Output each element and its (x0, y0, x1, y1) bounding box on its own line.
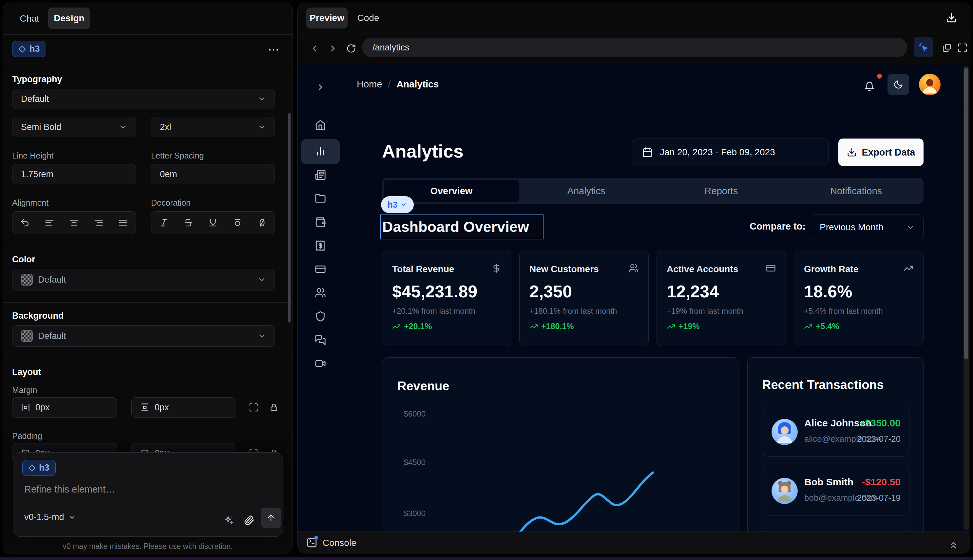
font-weight-select[interactable]: Semi Bold (12, 117, 136, 137)
url-bar[interactable]: /analytics (362, 38, 907, 57)
sidebar-toggle-button[interactable] (311, 78, 330, 97)
italic-icon (159, 218, 169, 228)
preview-scrollbar-track[interactable] (963, 66, 969, 530)
preview-viewport: Home / Analytics (298, 65, 970, 532)
no-decoration-button[interactable] (253, 213, 272, 232)
download-button[interactable] (942, 8, 961, 27)
sidebar-item-messages[interactable] (311, 330, 330, 350)
align-left-icon (45, 218, 54, 228)
tab-code[interactable]: Code (354, 8, 383, 28)
revenue-chart-card: Revenue $6000 $4500 $3000 (382, 357, 739, 532)
align-left-button[interactable] (40, 213, 59, 232)
letter-spacing-input[interactable]: 0em (151, 164, 275, 184)
sidebar-item-users[interactable] (311, 283, 330, 302)
bar-chart-icon (315, 146, 326, 157)
chevrons-up-icon (948, 540, 959, 550)
italic-button[interactable] (154, 213, 173, 232)
stat-trend: +19% (667, 322, 700, 331)
section-heading[interactable]: Dashboard Overview (381, 218, 529, 235)
nav-forward-button[interactable] (323, 39, 342, 58)
color-select[interactable]: Default (12, 269, 275, 290)
sidebar-item-security[interactable] (311, 307, 330, 326)
notifications-bell-button[interactable] (860, 77, 879, 96)
copy-icon (941, 43, 952, 53)
console-expand-button[interactable] (944, 536, 963, 553)
strikethrough-button[interactable] (179, 213, 198, 232)
breadcrumb-home-link[interactable]: Home (357, 79, 382, 90)
selected-element-badge[interactable]: h3 (12, 41, 46, 57)
margin-x-input[interactable]: 0px (12, 397, 117, 418)
sidebar-item-home[interactable] (311, 116, 330, 135)
background-select[interactable]: Default (12, 325, 275, 347)
align-right-button[interactable] (89, 213, 108, 232)
panel-scrollbar[interactable] (288, 113, 290, 323)
select-element-tool-button[interactable] (914, 37, 933, 57)
model-select[interactable]: v0-1.5-md (24, 512, 76, 522)
attach-button[interactable] (240, 511, 259, 530)
chevron-down-icon (906, 223, 915, 232)
sidebar-item-wallet[interactable] (311, 213, 330, 232)
enhance-button[interactable] (220, 511, 239, 530)
element-menu-button[interactable]: ⋯ (268, 43, 280, 56)
tab-reports[interactable]: Reports (654, 186, 789, 197)
moon-icon (893, 80, 903, 89)
stat-value: 12,234 (667, 282, 719, 301)
underline-icon (208, 218, 218, 228)
font-style-select[interactable]: Default (12, 89, 275, 109)
nav-back-button[interactable] (305, 39, 324, 58)
console-activity-dot (314, 536, 318, 540)
chevron-down-icon (118, 123, 127, 131)
transactions-title: Recent Transactions (762, 378, 884, 392)
transaction-row[interactable]: Alice Johnson alice@example.com +$350.00… (762, 407, 910, 457)
sidebar-item-video[interactable] (311, 354, 330, 373)
margin-expand-button[interactable] (244, 398, 263, 417)
refine-input[interactable]: Refine this element… (24, 484, 115, 495)
preview-scrollbar-thumb[interactable] (964, 68, 968, 359)
compare-select[interactable]: Previous Month (811, 215, 923, 240)
folder-icon (315, 193, 326, 204)
refresh-button[interactable] (342, 39, 361, 58)
reset-alignment-button[interactable] (15, 213, 34, 232)
margin-lock-button[interactable] (264, 398, 284, 417)
tab-chat[interactable]: Chat (15, 9, 44, 28)
chat-context-badge[interactable]: h3 (22, 460, 56, 476)
layout-section-label: Layout (12, 367, 41, 377)
sidebar-item-files[interactable] (311, 189, 330, 208)
bottom-edge-strip (0, 557, 973, 560)
theme-toggle-button[interactable] (888, 74, 909, 95)
dashboard-tab-bar: Overview Analytics Reports Notifications (382, 178, 923, 204)
line-height-input[interactable]: 1.75rem (12, 164, 136, 184)
send-button[interactable] (261, 508, 281, 528)
sidebar-item-receipts[interactable] (311, 236, 330, 255)
export-data-button[interactable]: Export Data (838, 138, 923, 166)
stat-card-total-revenue: Total Revenue $45,231.89 +20.1% from las… (382, 250, 511, 346)
stat-trend: +180.1% (529, 322, 574, 331)
tx-name: Bob Smith (804, 477, 853, 488)
underline-button[interactable] (204, 213, 222, 232)
bell-icon (864, 81, 875, 92)
sidebar-item-analytics[interactable] (311, 142, 330, 161)
selected-element-row: h3 ⋯ (3, 34, 292, 66)
align-justify-button[interactable] (113, 213, 133, 232)
stat-value: 2,350 (529, 282, 572, 301)
fullscreen-button[interactable] (953, 38, 970, 57)
overline-button[interactable] (228, 213, 247, 232)
refine-chat-box: h3 Refine this element… v0-1.5-md (13, 452, 284, 537)
console-bar[interactable]: Console (298, 532, 970, 553)
sidebar-item-reports[interactable] (311, 165, 330, 184)
tab-preview[interactable]: Preview (306, 8, 347, 28)
tab-analytics[interactable]: Analytics (519, 186, 654, 197)
margin-y-input[interactable]: 0px (131, 397, 236, 418)
date-range-picker[interactable]: Jan 20, 2023 - Feb 09, 2023 (632, 138, 828, 166)
font-size-select[interactable]: 2xl (151, 117, 275, 137)
calendar-icon (642, 147, 653, 158)
sidebar-item-cards[interactable] (311, 260, 330, 279)
chevron-down-icon (257, 332, 266, 340)
selected-tag-pill[interactable]: h3 (381, 196, 414, 213)
align-center-button[interactable] (65, 213, 83, 232)
arrow-up-icon (266, 513, 276, 523)
tab-notifications[interactable]: Notifications (789, 186, 923, 197)
user-avatar[interactable] (919, 74, 941, 95)
tab-design[interactable]: Design (48, 8, 90, 29)
transaction-row[interactable]: Bob Smith bob@example.com -$120.50 2023-… (762, 466, 910, 515)
